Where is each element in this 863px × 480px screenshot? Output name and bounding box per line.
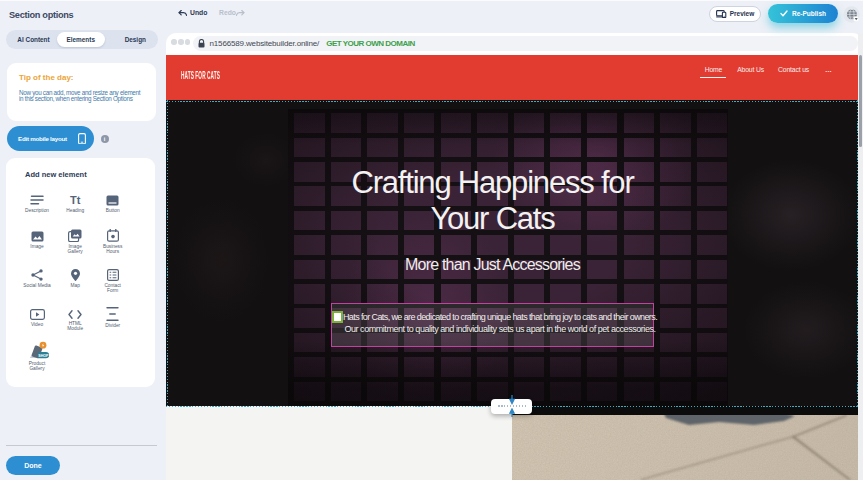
svg-text:SHOP: SHOP [38,354,49,358]
